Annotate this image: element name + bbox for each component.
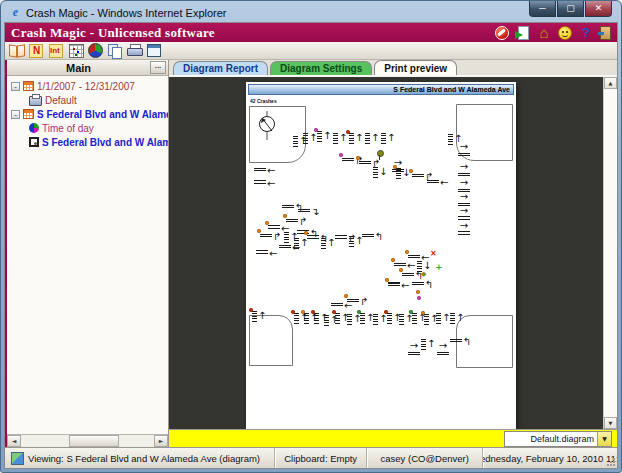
- maximize-button[interactable]: ▢: [557, 1, 584, 17]
- crash-label: [402, 271, 414, 276]
- print-icon[interactable]: [127, 44, 143, 58]
- crash-label: [260, 232, 272, 237]
- window-controls: ─ ▢ ✕: [528, 1, 612, 17]
- crash-label: [437, 350, 449, 355]
- crash-symbol: ◆: [421, 271, 426, 278]
- crash-label: [331, 301, 343, 306]
- severity-dot: [344, 294, 348, 298]
- crash-label: [347, 297, 359, 302]
- scroll-right-icon[interactable]: ►: [154, 435, 168, 447]
- crash-arrow-icon: ←: [267, 179, 275, 188]
- tree-item[interactable]: Default: [7, 93, 168, 107]
- crash-symbol: →: [458, 142, 470, 156]
- crash-arrow-icon: →: [460, 192, 468, 201]
- copy-icon[interactable]: [107, 44, 123, 58]
- expander-icon[interactable]: -: [11, 110, 20, 119]
- hscroll-track[interactable]: [21, 435, 154, 447]
- scroll-down-icon[interactable]: ▼: [604, 417, 617, 429]
- tree-item[interactable]: S Federal Blvd and W Alameda A: [7, 135, 168, 149]
- tab-diagram-report[interactable]: Diagram Report: [173, 61, 268, 75]
- intersection-icon[interactable]: [49, 44, 65, 58]
- window-icon[interactable]: [147, 44, 161, 57]
- crash-symbol: ↰: [412, 280, 433, 289]
- sidebar-more-button[interactable]: ...: [150, 61, 166, 74]
- crash-label: [342, 156, 354, 161]
- home-icon[interactable]: [537, 26, 551, 40]
- crash-label: [450, 337, 462, 342]
- crash-symbol: ↑: [381, 133, 395, 145]
- status-segment: casey (CO@Denver): [366, 448, 482, 468]
- minimize-button[interactable]: ─: [529, 1, 556, 17]
- x-marker-icon: ×: [430, 250, 437, 258]
- crash-label: [286, 217, 298, 222]
- hscroll-thumb[interactable]: [69, 435, 119, 447]
- crash-symbol: ←: [394, 261, 415, 270]
- tab-bar: Diagram ReportDiagram SettingsPrint prev…: [169, 60, 617, 75]
- severity-dot: [405, 250, 409, 254]
- crash-symbol: →: [458, 178, 470, 192]
- resize-grip[interactable]: [606, 457, 616, 467]
- open-book-icon[interactable]: [9, 44, 25, 58]
- crash-arrow-icon: ↰: [375, 232, 383, 241]
- plus-marker-icon: +: [435, 263, 443, 271]
- crash-symbol: →: [458, 221, 470, 235]
- crash-label: [394, 261, 406, 266]
- sidebar: Main ... -1/1/2007 - 12/31/2007Default-S…: [5, 60, 169, 447]
- severity-dot: [265, 221, 269, 225]
- crash-arrow-icon: →: [460, 142, 468, 151]
- severity-dot: [409, 310, 413, 314]
- export-doc-icon[interactable]: [516, 26, 530, 40]
- crash-label: [293, 136, 298, 148]
- crash-symbol: ↑: [365, 133, 379, 145]
- status-text: casey (CO@Denver): [381, 453, 469, 464]
- diagram-bar: Default.diagram ▼: [169, 429, 617, 447]
- no-entry-icon[interactable]: [495, 26, 509, 40]
- sidebar-title: Main: [7, 62, 150, 74]
- tree-item[interactable]: Time of day: [7, 121, 168, 135]
- crash-label: [268, 224, 280, 229]
- crash-arrow-icon: ↱: [360, 297, 368, 306]
- collision-diagram-icon[interactable]: [69, 44, 84, 58]
- new-study-icon[interactable]: [29, 44, 45, 58]
- crash-label: [450, 313, 455, 325]
- tab-diagram-settings[interactable]: Diagram Settings: [270, 61, 372, 75]
- crash-label: [458, 171, 470, 176]
- help-icon[interactable]: [579, 26, 593, 40]
- crash-symbol: [416, 290, 420, 294]
- crash-label: [347, 314, 352, 326]
- crash-arrow-icon: ↓: [423, 261, 431, 270]
- tree-item[interactable]: -S Federal Blvd and W Alameda Ave: [7, 107, 168, 121]
- crash-label: [256, 249, 268, 254]
- crash-label: [396, 168, 401, 180]
- scroll-up-icon[interactable]: ▲: [604, 77, 617, 89]
- smiley-icon[interactable]: [558, 26, 572, 40]
- crash-arrow-icon: ↑: [456, 313, 464, 322]
- close-button[interactable]: ✕: [585, 1, 612, 17]
- tree-item[interactable]: -1/1/2007 - 12/31/2007: [7, 79, 168, 93]
- diagram-selector[interactable]: Default.diagram ▼: [504, 431, 612, 447]
- pie-icon: [29, 123, 39, 133]
- preview-vscrollbar[interactable]: ▲ ▼: [603, 77, 617, 429]
- scroll-left-icon[interactable]: ◄: [7, 435, 21, 447]
- chevron-down-icon[interactable]: ▼: [597, 432, 611, 446]
- crash-symbol: ×: [430, 250, 437, 258]
- tree-item-label: Default: [45, 95, 77, 106]
- tab-print-preview[interactable]: Print preview: [374, 60, 457, 75]
- severity-dot: [421, 311, 425, 315]
- window-titlebar[interactable]: e Crash Magic - Windows Internet Explore…: [4, 3, 618, 22]
- crash-arrow-icon: ↑: [355, 133, 363, 142]
- print-preview-area: S Federal Blvd and W Alameda Ave 42 Cras…: [169, 75, 617, 429]
- status-text: Clipboard: Empty: [284, 453, 357, 464]
- sidebar-hscrollbar[interactable]: ◄ ►: [7, 434, 168, 447]
- crash-label: [360, 313, 365, 325]
- tree-item-label: S Federal Blvd and W Alameda Ave: [37, 109, 168, 120]
- tree-item-label: S Federal Blvd and W Alameda A: [42, 137, 168, 148]
- expander-icon[interactable]: -: [11, 82, 20, 91]
- severity-dot: [249, 308, 253, 312]
- exit-door-icon[interactable]: [600, 26, 611, 40]
- crash-label: [362, 232, 374, 237]
- severity-dot: [314, 128, 318, 132]
- crash-symbol: ↱: [347, 297, 368, 306]
- pie-chart-icon[interactable]: [88, 43, 103, 58]
- crash-arrow-icon: ←: [269, 249, 277, 258]
